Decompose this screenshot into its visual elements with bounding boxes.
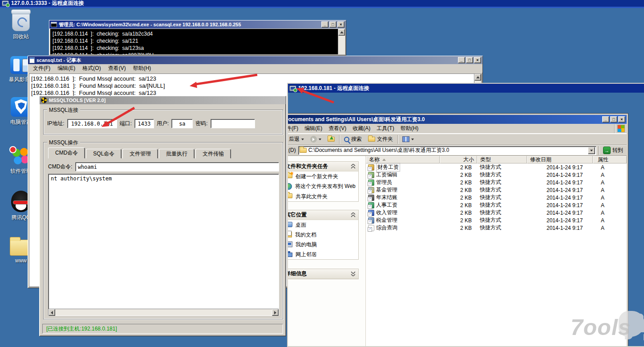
chevron-down-icon — [411, 139, 414, 140]
views-button[interactable] — [401, 135, 416, 143]
menu-edit[interactable]: 编辑(E) — [54, 64, 78, 73]
search-button[interactable]: 搜索 — [342, 135, 364, 144]
user-input[interactable] — [173, 120, 191, 127]
file-row[interactable]: 财务工资 2 KB 快捷方式 2014-1-24 9:17 A — [366, 163, 627, 171]
menu-view[interactable]: 查看(V) — [325, 124, 349, 133]
radiation-icon — [41, 97, 47, 103]
task-publish-web[interactable]: 将这个文件夹发布到 Web — [288, 181, 358, 192]
rdp-remote-titlebar[interactable]: 192.168.0.181 - 远程桌面连接 — [288, 84, 644, 93]
scroll-left-button[interactable] — [49, 309, 55, 316]
minimize-button[interactable]: _ — [321, 21, 328, 28]
menu-view[interactable]: 查看(V) — [105, 64, 129, 73]
result-hscrollbar[interactable] — [49, 309, 279, 315]
go-button[interactable]: → 转到 — [601, 146, 625, 155]
address-dropdown-button[interactable] — [588, 147, 595, 154]
notepad-titlebar[interactable]: scansql.txt - 记事本 _ □ × — [28, 56, 482, 64]
menu-help[interactable]: 帮助(H) — [397, 124, 422, 133]
file-row[interactable]: 收入管理 2 KB 快捷方式 2014-1-24 9:17 A — [366, 209, 627, 216]
rdp-connection-bar[interactable]: 127.0.0.1:3333 - 远程桌面连接 — [0, 0, 644, 8]
file-tasks-header[interactable]: 文件和文件夹任务 — [288, 162, 358, 171]
cmd-line: [192.168.0.114 ]: checking: sa/123sa — [53, 45, 343, 52]
close-button[interactable]: × — [474, 57, 481, 63]
up-button[interactable] — [326, 136, 336, 143]
forward-button[interactable] — [308, 135, 323, 143]
minimize-button[interactable]: _ — [458, 57, 465, 63]
scroll-up-button[interactable] — [338, 29, 345, 36]
file-attr: A — [593, 225, 627, 231]
menu-file[interactable]: 文件(F) — [30, 64, 53, 73]
cmd-scrollbar[interactable] — [338, 29, 345, 54]
task-share-folder[interactable]: 共享此文件夹 — [288, 192, 358, 201]
menu-favorites[interactable]: 收藏(A) — [349, 124, 373, 133]
place-desktop[interactable]: 桌面 — [288, 220, 358, 230]
menu-file[interactable]: 文件(F) — [288, 124, 301, 133]
folders-button[interactable]: 文件夹 — [366, 135, 395, 144]
menu-help[interactable]: 帮助(H) — [130, 64, 154, 73]
notepad-line: [192.168.0.116 ]: Found Mssql account: s… — [31, 75, 479, 82]
cmd-result-box[interactable]: nt authority\system — [48, 174, 279, 316]
minimize-button[interactable]: _ — [602, 116, 609, 122]
tab-batch[interactable]: 批量执行 — [159, 149, 194, 159]
file-type: 快捷方式 — [477, 194, 527, 201]
go-arrow-icon: → — [603, 147, 611, 154]
details-header[interactable]: 详细信息 — [288, 269, 358, 279]
back-button[interactable]: 后退 — [288, 135, 306, 144]
desktop-icon-recycle-bin[interactable]: 回收站 — [4, 11, 38, 41]
file-name: 基金管理 — [376, 186, 397, 194]
cmd-input-label: CMD命令: — [48, 163, 73, 171]
place-my-documents[interactable]: 我的文档 — [288, 230, 358, 240]
maximize-button[interactable]: □ — [466, 57, 473, 63]
file-attr: A — [593, 210, 627, 216]
close-button[interactable]: × — [337, 21, 344, 28]
mssqltools-titlebar[interactable]: MSSQLTOOLS [VER 2.0] — [40, 96, 286, 104]
section-title: 详细信息 — [288, 270, 307, 278]
column-size[interactable]: 大小 — [440, 156, 477, 163]
place-network[interactable]: 网上邻居 — [288, 249, 358, 259]
place-my-computer[interactable]: 我的电脑 — [288, 240, 358, 249]
explorer-titlebar[interactable]: C:\Documents and Settings\All Users\桌面\科… — [288, 115, 627, 124]
section-title: 文件和文件夹任务 — [288, 163, 328, 170]
file-row[interactable]: 基金管理 2 KB 快捷方式 2014-1-24 9:17 A — [366, 186, 627, 194]
file-size: 2 KB — [440, 180, 477, 186]
desktop-icon — [288, 222, 292, 227]
column-type[interactable]: 类型 — [477, 156, 527, 163]
scroll-right-button[interactable] — [272, 309, 279, 316]
port-input[interactable] — [136, 120, 152, 127]
menu-format[interactable]: 格式(O) — [79, 64, 104, 73]
close-button[interactable]: × — [618, 116, 625, 122]
cmd-titlebar[interactable]: 管理员: C:\Windows\system32\cmd.exe - scans… — [49, 20, 346, 29]
column-name[interactable]: 名称 — [366, 156, 440, 163]
menu-edit[interactable]: 编辑(E) — [301, 124, 325, 133]
file-row[interactable]: 工资编辑 2 KB 快捷方式 2014-1-24 9:17 A — [366, 171, 627, 179]
tab-cmd[interactable]: CMD命令 — [48, 147, 85, 159]
shortcut-icon — [368, 225, 374, 231]
menu-tools[interactable]: 工具(T) — [373, 124, 397, 133]
search-icon — [344, 137, 349, 142]
scroll-up-button[interactable] — [474, 74, 481, 81]
tab-file-manager[interactable]: 文件管理 — [122, 149, 158, 159]
mssqltools-window: MSSQLTOOLS [VER 2.0] MSSQL连接 IP地址: 端口: 用… — [39, 96, 286, 336]
task-new-folder[interactable]: ✱ 创建一个新文件夹 — [288, 171, 358, 181]
folders-label: 文件夹 — [377, 135, 393, 143]
password-input[interactable] — [212, 120, 253, 127]
file-attr: A — [593, 195, 627, 201]
cmd-input[interactable] — [77, 163, 277, 171]
file-size: 2 KB — [440, 210, 477, 216]
file-row[interactable]: 人事工资 2 KB 快捷方式 2014-1-24 9:17 A — [366, 201, 627, 209]
maximize-button[interactable]: □ — [610, 116, 617, 122]
ip-input[interactable] — [69, 120, 115, 127]
file-name: 收入管理 — [376, 209, 397, 216]
maximize-button[interactable]: □ — [329, 21, 336, 28]
cmd-line: [192.168.0.114 ]: checking: sa/121 — [53, 37, 343, 45]
column-date[interactable]: 修改日期 — [527, 156, 593, 163]
tab-sql[interactable]: SQL命令 — [86, 149, 122, 159]
file-row[interactable]: 管理员 2 KB 快捷方式 2014-1-24 9:17 A — [366, 179, 627, 186]
user-field-wrap — [171, 119, 193, 128]
other-places-header[interactable]: 其它位置 — [288, 210, 358, 220]
file-row[interactable]: 年末结账 2 KB 快捷方式 2014-1-24 9:17 A — [366, 194, 627, 201]
address-field[interactable]: C:\Documents and Settings\All Users\桌面\科… — [298, 146, 596, 155]
file-row[interactable]: 综合查询 2 KB 快捷方式 2014-1-24 9:17 A — [366, 224, 627, 232]
file-row[interactable]: 税金管理 2 KB 快捷方式 2014-1-24 9:17 A — [366, 216, 627, 224]
column-attr[interactable]: 属性 — [593, 156, 627, 163]
tab-file-transfer[interactable]: 文件传输 — [195, 149, 231, 159]
